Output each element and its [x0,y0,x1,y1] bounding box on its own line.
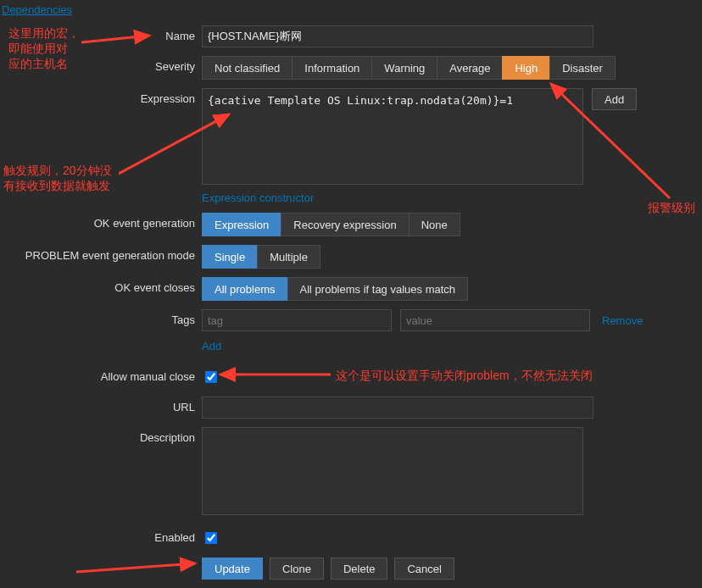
label-description: Description [0,427,202,449]
seg-none[interactable]: None [409,213,460,236]
enabled-checkbox[interactable] [205,532,217,544]
seg-multiple[interactable]: Multiple [257,245,320,269]
delete-button[interactable]: Delete [331,557,388,580]
add-expression-button[interactable]: Add [592,88,637,110]
tag-value-input[interactable] [400,309,590,331]
url-input[interactable] [202,397,593,419]
seg-all-problems[interactable]: All problems [202,277,288,301]
cancel-button[interactable]: Cancel [394,557,454,580]
seg-all-problems-if-tag-values-match[interactable]: All problems if tag values match [287,277,469,301]
label-url: URL [0,397,202,419]
update-button[interactable]: Update [202,557,263,580]
ok-gen-group: ExpressionRecovery expressionNone [202,213,702,236]
label-severity: Severity [0,56,202,78]
label-expression: Expression [0,88,202,110]
tag-name-input[interactable] [202,309,392,331]
ok-closes-group: All problemsAll problems if tag values m… [202,277,702,301]
seg-not-classified[interactable]: Not classified [202,56,292,80]
seg-single[interactable]: Single [202,245,258,269]
manual-close-checkbox[interactable] [205,371,217,383]
seg-information[interactable]: Information [292,56,372,80]
seg-disaster[interactable]: Disaster [549,56,616,80]
clone-button[interactable]: Clone [270,557,324,580]
label-name: Name [0,25,202,47]
tab-dependencies[interactable]: Dependencies [2,3,72,16]
seg-warning[interactable]: Warning [371,56,437,80]
label-ok-gen: OK event generation [0,213,202,235]
add-tag-link[interactable]: Add [202,340,221,352]
seg-average[interactable]: Average [437,56,503,80]
seg-high[interactable]: High [502,56,550,80]
expression-constructor-link[interactable]: Expression constructor [202,191,314,204]
seg-expression[interactable]: Expression [202,213,281,236]
label-ok-closes: OK event closes [0,277,202,299]
problem-mode-group: SingleMultiple [202,245,702,269]
name-input[interactable] [202,25,593,47]
seg-recovery-expression[interactable]: Recovery expression [281,213,409,236]
label-enabled: Enabled [0,527,202,549]
expression-textarea[interactable]: {acative Template OS Linux:trap.nodata(2… [202,88,583,185]
label-manual-close: Allow manual close [0,366,202,388]
remove-tag-link[interactable]: Remove [602,314,643,327]
label-tags: Tags [0,309,202,331]
trigger-form: Name Severity Not classifiedInformationW… [0,25,702,588]
label-problem-mode: PROBLEM event generation mode [0,245,202,267]
description-textarea[interactable] [202,427,583,515]
severity-group: Not classifiedInformationWarningAverageH… [202,56,702,80]
